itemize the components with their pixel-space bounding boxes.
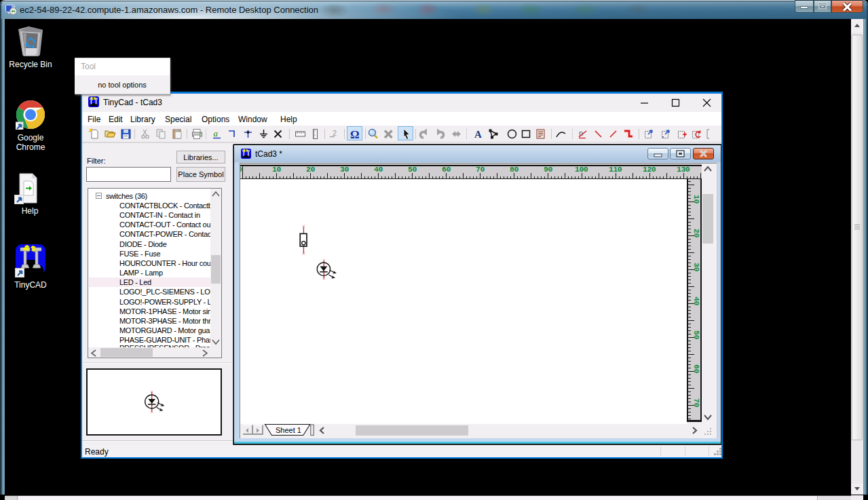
svg-text:A: A [474,129,482,140]
svg-text:Ω: Ω [350,128,360,141]
svg-text:2: 2 [333,129,337,137]
svg-text:a: a [213,128,218,138]
